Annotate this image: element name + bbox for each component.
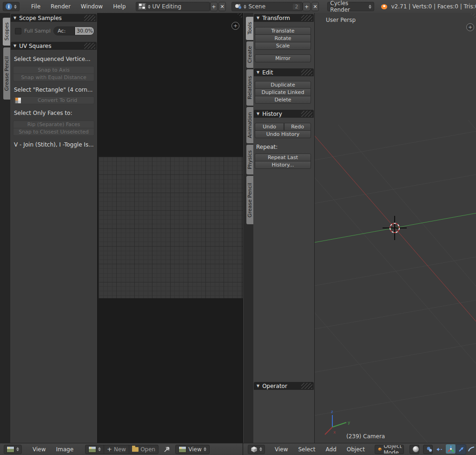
uvsq-snap-group: Snap to Axis Snap with Equal Distance xyxy=(13,66,94,81)
new-image-button[interactable]: + New xyxy=(104,445,129,454)
delete-button[interactable]: Delete xyxy=(255,96,311,104)
uv-view-dropdown-value: View xyxy=(188,446,201,453)
editor-type-selector-image[interactable] xyxy=(4,445,22,454)
x-axis-line xyxy=(315,136,476,322)
scene-users-count[interactable]: 2 xyxy=(293,4,300,10)
scene-icon xyxy=(234,3,242,10)
tab-animation[interactable]: Animation xyxy=(246,107,253,143)
snap-closest-button[interactable]: Snap to Closest Unselected xyxy=(13,128,94,136)
uv-menu-image[interactable]: Image xyxy=(51,446,79,453)
cursor-3d xyxy=(383,216,407,240)
v3d-menu-select[interactable]: Select xyxy=(293,446,320,453)
panel-header-uv-squares[interactable]: ▼ UV Squares xyxy=(11,42,97,50)
scene-selector[interactable]: Scene 2 xyxy=(231,2,303,11)
rip-faces-button[interactable]: Rip (Separate) Faces xyxy=(13,120,94,128)
v3d-menu-object[interactable]: Object xyxy=(342,446,370,453)
pivot-point-dropdown[interactable] xyxy=(423,445,433,454)
tab-create[interactable]: Create xyxy=(246,41,253,68)
accuracy-value: 30.0% xyxy=(75,27,94,35)
repeat-last-button[interactable]: Repeat Last xyxy=(255,154,311,161)
convert-to-grid-button[interactable]: Convert To Grid xyxy=(13,96,94,104)
delete-scene-button[interactable]: ✕ xyxy=(311,2,319,11)
add-scene-button[interactable]: + xyxy=(303,2,310,11)
menu-file[interactable]: File xyxy=(26,3,46,10)
uvsq-label-join: V - Join (Stitch), I -Toggle Is... xyxy=(14,141,95,148)
shading-sphere-icon xyxy=(413,446,419,452)
panel-header-transform[interactable]: ▼ Transform xyxy=(254,14,314,22)
tab-grease-pencil-shelf[interactable]: Grease Pencil xyxy=(246,176,253,224)
panel-drag-grip[interactable] xyxy=(84,15,95,21)
open-image-button[interactable]: Open xyxy=(129,445,158,454)
editor-type-selector-3d[interactable] xyxy=(248,445,265,454)
manipulator-toggle-button[interactable] xyxy=(446,444,456,454)
area-corner-grip[interactable] xyxy=(235,13,242,21)
panel-drag-grip[interactable] xyxy=(301,111,312,117)
render-engine-value: Cycles Render xyxy=(330,0,366,13)
snap-equal-distance-button[interactable]: Snap with Equal Distance xyxy=(13,74,94,81)
viewport-3d[interactable]: z y x User Persp (239) Camera + xyxy=(314,13,476,443)
close-layout-button[interactable]: ✕ xyxy=(218,2,226,11)
expand-panel-plus-button[interactable]: + xyxy=(466,23,474,31)
expand-panel-plus-button[interactable]: + xyxy=(231,22,239,30)
panel-title: Scope Samples xyxy=(19,15,62,21)
pin-icon[interactable] xyxy=(163,446,171,453)
redo-button[interactable]: Redo xyxy=(284,123,311,131)
mode-dropdown[interactable]: Object Mode xyxy=(375,445,404,454)
translate-manipulator-button[interactable] xyxy=(456,444,466,455)
viewport-shading-dropdown[interactable] xyxy=(410,445,419,454)
proportional-edit-icon[interactable] xyxy=(436,446,442,453)
duplicate-button[interactable]: Duplicate xyxy=(255,81,311,89)
chevron-updown-icon xyxy=(98,447,101,451)
screen-layout-name[interactable]: UV Editing xyxy=(152,3,207,10)
tab-scopes[interactable]: Scopes xyxy=(3,18,10,46)
add-layout-button[interactable]: + xyxy=(210,2,218,11)
uv-view-dropdown[interactable]: View xyxy=(175,445,209,454)
tab-physics[interactable]: Physics xyxy=(246,145,253,174)
menu-render[interactable]: Render xyxy=(46,3,76,10)
panel-header-history[interactable]: ▼ History xyxy=(254,110,314,118)
axis-z-label: z xyxy=(331,409,333,414)
panel-drag-grip[interactable] xyxy=(84,43,95,49)
image-datablock-selector[interactable] xyxy=(86,445,104,454)
duplicate-linked-button[interactable]: Duplicate Linked xyxy=(255,88,311,96)
repeat-group: Repeat Last History... xyxy=(253,154,314,169)
accuracy-label: Ac: xyxy=(54,27,75,35)
rotate-button[interactable]: Rotate xyxy=(255,34,311,42)
panel-header-edit[interactable]: ▼ Edit xyxy=(254,68,314,76)
undo-button[interactable]: Undo xyxy=(255,123,284,131)
screen-layout-selector[interactable]: UV Editing xyxy=(136,2,210,11)
editor-type-selector-info[interactable]: i xyxy=(3,2,20,11)
collapse-arrow-icon: ▼ xyxy=(257,112,259,116)
panel-drag-grip[interactable] xyxy=(301,15,312,21)
snap-to-axis-button[interactable]: Snap to Axis xyxy=(13,66,94,74)
render-engine-dropdown[interactable]: Cycles Render xyxy=(327,2,374,11)
scene-name[interactable]: Scene xyxy=(248,3,291,10)
history-menu-button[interactable]: History... xyxy=(255,161,311,169)
panel-title: History xyxy=(262,111,282,117)
translate-button[interactable]: Translate xyxy=(255,27,311,35)
scale-button[interactable]: Scale xyxy=(255,42,311,50)
tab-relations[interactable]: Relations xyxy=(246,69,253,106)
v3d-menu-add[interactable]: Add xyxy=(321,446,342,453)
v3d-menu-view[interactable]: View xyxy=(270,446,293,453)
panel-header-scope-samples[interactable]: ▼ Scope Samples xyxy=(11,14,97,22)
axis-x-label: x xyxy=(333,430,336,435)
tab-tools[interactable]: Tools xyxy=(246,17,253,40)
panel-drag-grip[interactable] xyxy=(301,383,312,389)
panel-header-operator[interactable]: ▼ Operator xyxy=(254,382,314,390)
tab-grease-pencil[interactable]: Grease Pencil xyxy=(3,47,10,100)
mirror-button[interactable]: Mirror xyxy=(255,54,311,62)
uv-menu-view[interactable]: View xyxy=(27,446,51,453)
rotate-manipulator-button[interactable] xyxy=(466,444,476,454)
chevron-updown-icon xyxy=(14,5,17,9)
panel-drag-grip[interactable] xyxy=(301,69,312,75)
pivot-icon xyxy=(426,446,433,452)
tool-shelf-panels: ▼ Transform Translate Rotate Scale Mirro… xyxy=(253,13,314,443)
accuracy-slider[interactable]: Ac: 30.0% xyxy=(53,27,94,35)
uv-image-editor-area: Scopes Grease Pencil ▼ Scope Samples Ful… xyxy=(0,13,243,443)
menu-window[interactable]: Window xyxy=(76,3,108,10)
full-sample-checkbox[interactable] xyxy=(15,28,21,34)
undo-history-button[interactable]: Undo History xyxy=(255,130,311,138)
uv-canvas[interactable]: + xyxy=(98,13,243,443)
menu-help[interactable]: Help xyxy=(108,3,131,10)
